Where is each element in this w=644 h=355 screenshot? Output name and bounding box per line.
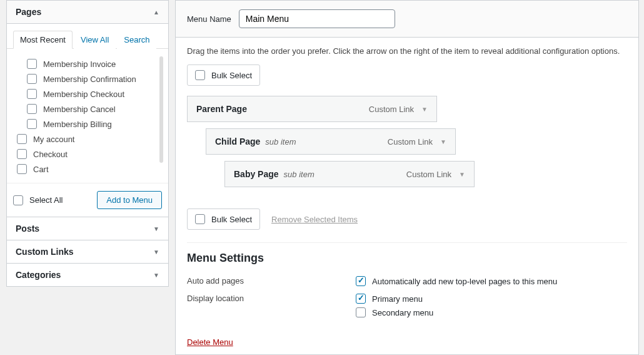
menu-item-wrap: Parent Page Custom Link ▼ bbox=[187, 96, 627, 122]
bulk-select-checkbox[interactable] bbox=[195, 214, 205, 224]
page-item: Membership Invoice bbox=[13, 56, 156, 71]
delete-menu-link[interactable]: Delete Menu bbox=[187, 337, 233, 347]
chevron-down-icon[interactable]: ▼ bbox=[440, 138, 446, 145]
menu-item-type: Custom Link bbox=[369, 105, 414, 114]
menu-item-wrap: Child Page sub item Custom Link ▼ bbox=[206, 128, 627, 155]
page-item: My account bbox=[13, 131, 156, 147]
panel-custom-links: Custom Links ▼ bbox=[6, 240, 169, 264]
menu-item-title: Child Page bbox=[215, 136, 260, 147]
menu-item[interactable]: Parent Page Custom Link ▼ bbox=[187, 96, 437, 122]
page-label: My account bbox=[33, 135, 74, 144]
page-label: Membership Checkout bbox=[43, 90, 124, 99]
menu-item-type: Custom Link bbox=[406, 170, 451, 179]
checkbox[interactable] bbox=[27, 74, 37, 84]
pages-tabs: Most Recent View All Search bbox=[7, 24, 168, 49]
page-label: Checkout bbox=[33, 150, 68, 159]
menu-item-type: Custom Link bbox=[388, 137, 433, 147]
menu-item-suffix: sub item bbox=[284, 170, 314, 179]
panel-title: Pages bbox=[16, 7, 41, 17]
instructions-text: Drag the items into the order you prefer… bbox=[176, 38, 638, 64]
panel-categories-header[interactable]: Categories ▼ bbox=[7, 264, 168, 286]
bulk-select-top: Bulk Select bbox=[187, 64, 260, 86]
menu-item-title: Baby Page bbox=[234, 169, 279, 179]
page-label: Membership Cancel bbox=[43, 105, 116, 114]
page-item: Membership Checkout bbox=[13, 86, 156, 101]
checkbox[interactable] bbox=[27, 104, 37, 114]
menu-item-wrap: Baby Page sub item Custom Link ▼ bbox=[224, 161, 627, 187]
menu-item-title: Parent Page bbox=[196, 104, 247, 114]
chevron-down-icon: ▼ bbox=[153, 249, 159, 255]
display-location-label: Display location bbox=[187, 294, 356, 303]
page-item: Membership Cancel bbox=[13, 101, 156, 116]
checkbox[interactable] bbox=[27, 59, 37, 69]
page-item: Cart bbox=[13, 162, 156, 175]
bulk-select-checkbox[interactable] bbox=[195, 70, 205, 80]
panel-title: Posts bbox=[16, 224, 39, 234]
panel-custom-links-header[interactable]: Custom Links ▼ bbox=[7, 240, 168, 263]
auto-add-label: Auto add pages bbox=[187, 276, 356, 286]
select-all-label: Select All bbox=[29, 195, 63, 205]
menu-item[interactable]: Baby Page sub item Custom Link ▼ bbox=[224, 161, 475, 187]
select-all-row: Select All bbox=[13, 195, 63, 205]
page-item: Membership Billing bbox=[13, 116, 156, 131]
location-label: Secondary menu bbox=[372, 308, 433, 317]
page-label: Membership Confirmation bbox=[43, 75, 136, 84]
panel-categories: Categories ▼ bbox=[6, 264, 169, 287]
panel-posts-header[interactable]: Posts ▼ bbox=[7, 217, 168, 240]
bulk-select-bottom: Bulk Select bbox=[187, 208, 260, 230]
page-label: Membership Invoice bbox=[43, 59, 116, 69]
bulk-select-label: Bulk Select bbox=[211, 215, 252, 224]
checkbox[interactable] bbox=[17, 149, 27, 159]
add-to-menu-button[interactable]: Add to Menu bbox=[97, 191, 162, 209]
remove-selected-link: Remove Selected Items bbox=[271, 215, 358, 224]
page-label: Cart bbox=[33, 165, 49, 174]
tab-most-recent[interactable]: Most Recent bbox=[13, 31, 73, 49]
menu-settings-heading: Menu Settings bbox=[187, 252, 627, 265]
panel-pages-header[interactable]: Pages ▲ bbox=[7, 1, 168, 24]
page-item: Membership Confirmation bbox=[13, 71, 156, 86]
checkbox[interactable] bbox=[17, 134, 27, 144]
menu-name-label: Menu Name bbox=[187, 14, 231, 24]
chevron-down-icon: ▼ bbox=[153, 225, 159, 232]
menu-item-suffix: sub item bbox=[265, 137, 296, 147]
chevron-down-icon: ▼ bbox=[153, 272, 159, 279]
menu-item[interactable]: Child Page sub item Custom Link ▼ bbox=[206, 128, 456, 155]
chevron-up-icon: ▲ bbox=[153, 9, 159, 16]
tab-search[interactable]: Search bbox=[117, 31, 156, 49]
location-label: Primary menu bbox=[372, 294, 423, 304]
page-label: Membership Billing bbox=[43, 120, 112, 129]
location-primary-checkbox[interactable] bbox=[356, 294, 366, 304]
select-all-checkbox[interactable] bbox=[13, 195, 23, 205]
location-secondary-checkbox[interactable] bbox=[356, 307, 366, 317]
checkbox[interactable] bbox=[27, 89, 37, 99]
chevron-down-icon[interactable]: ▼ bbox=[459, 171, 465, 178]
tab-view-all[interactable]: View All bbox=[74, 31, 116, 49]
menu-name-input[interactable] bbox=[239, 9, 395, 28]
checkbox[interactable] bbox=[27, 119, 37, 129]
panel-pages: Pages ▲ Most Recent View All Search Memb… bbox=[6, 0, 169, 217]
panel-title: Categories bbox=[16, 270, 61, 280]
bulk-select-label: Bulk Select bbox=[211, 71, 252, 80]
page-item: Checkout bbox=[13, 147, 156, 162]
checkbox[interactable] bbox=[17, 164, 27, 174]
chevron-down-icon[interactable]: ▼ bbox=[421, 106, 428, 113]
panel-posts: Posts ▼ bbox=[6, 217, 169, 240]
menu-items: Parent Page Custom Link ▼ Child Page sub… bbox=[176, 86, 638, 203]
auto-add-text: Automatically add new top-level pages to… bbox=[372, 277, 557, 286]
auto-add-checkbox[interactable] bbox=[356, 276, 366, 286]
scrollbar[interactable] bbox=[159, 56, 163, 163]
menu-name-row: Menu Name bbox=[176, 1, 638, 38]
panel-title: Custom Links bbox=[16, 247, 74, 257]
